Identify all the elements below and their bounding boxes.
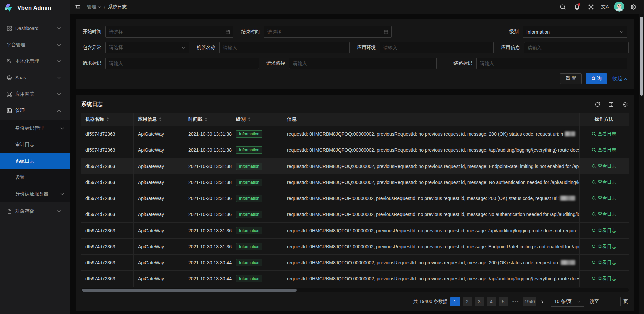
chevron-down-icon	[98, 5, 101, 9]
sidebar-item-saas[interactable]: Saas	[0, 70, 70, 85]
sidebar-subitem-identity[interactable]: 身份标识管理	[0, 120, 70, 136]
cell-level: Information	[232, 174, 283, 190]
level-badge: Information	[236, 243, 262, 250]
exception-select[interactable]: 请选择	[105, 42, 189, 53]
request_path-field[interactable]	[293, 61, 433, 66]
collapse-link[interactable]: 收起	[612, 76, 627, 82]
table-row: df5974d72363ApiGateWay2021-10-30 13:31:3…	[81, 158, 629, 174]
sidebar-subitem-settings[interactable]: 设置	[0, 169, 70, 186]
request_id-input[interactable]	[105, 58, 259, 69]
end_time-datepicker[interactable]	[264, 26, 392, 38]
vertical-scrollbar[interactable]	[639, 14, 644, 314]
magnifier-icon	[592, 244, 596, 249]
translate-icon[interactable]: 文A	[599, 1, 611, 13]
pagination-page-5[interactable]: 5	[499, 297, 508, 306]
view-log-link[interactable]: 查看日志	[592, 163, 616, 169]
sort-carets-icon[interactable]	[106, 117, 109, 121]
machine_name-input[interactable]	[219, 42, 350, 53]
sidebar-item-management[interactable]: 管理	[0, 103, 70, 118]
view-log-link[interactable]: 查看日志	[592, 244, 616, 250]
column-settings-icon[interactable]	[622, 102, 628, 107]
table-row: df5974d72363ApiGateWay2021-10-30 13:31:3…	[81, 190, 629, 206]
pagination-page-2[interactable]: 2	[463, 297, 472, 306]
column-header-label: 机器名称	[85, 116, 104, 122]
sidebar-item-storage[interactable]: 对象存储	[0, 204, 70, 219]
filter-field-request_id: 请求标识	[83, 58, 259, 69]
cell-machine-name: df5974d72363	[81, 190, 134, 206]
sidebar-item-gateway[interactable]: 应用网关	[0, 87, 70, 102]
menu-fold-icon[interactable]	[74, 3, 82, 11]
sidebar-item-label: Saas	[15, 75, 26, 80]
view-log-link[interactable]: 查看日志	[592, 179, 616, 185]
notification-bell-icon[interactable]	[571, 1, 583, 13]
breadcrumb-item-management[interactable]: 管理	[87, 4, 101, 10]
dashboard-icon	[7, 26, 12, 31]
app_env-input[interactable]	[380, 42, 494, 53]
view-log-link[interactable]: 查看日志	[592, 276, 616, 282]
cell-message: requestId: 0HMCRBM8JQFOP:00000002, previ…	[283, 206, 580, 222]
sidebar-subitem-auth-server[interactable]: 身份认证服务器	[0, 186, 70, 202]
column-header-machine[interactable]: 机器名称	[81, 113, 134, 126]
view-log-link[interactable]: 查看日志	[592, 195, 616, 201]
redacted-blur	[565, 131, 575, 136]
fullscreen-icon[interactable]	[585, 1, 597, 13]
end_time-field[interactable]	[267, 29, 381, 35]
column-header-timestamp[interactable]: 时间戳	[184, 113, 232, 126]
sidebar-item-localization[interactable]: 本地化管理	[0, 54, 70, 69]
machine_name-field[interactable]	[223, 45, 346, 50]
view-log-link[interactable]: 查看日志	[592, 131, 616, 137]
pagination-page-4[interactable]: 4	[487, 297, 496, 306]
start_time-datepicker[interactable]	[105, 26, 233, 38]
start_time-field[interactable]	[109, 29, 222, 35]
search-button[interactable]: 查 询	[586, 73, 607, 84]
pagination-page-1[interactable]: 1	[450, 297, 460, 306]
cell-app-info: ApiGateWay	[134, 158, 184, 174]
cell-message: requestId: 0HMCRBM8JQFOO:00000002, previ…	[283, 271, 580, 287]
trace_id-field[interactable]	[480, 61, 624, 66]
level-select[interactable]: Information	[523, 26, 627, 38]
sidebar-item-platform[interactable]: 平台管理	[0, 38, 70, 52]
sidebar-subitem-system-log[interactable]: 系统日志	[0, 153, 70, 169]
cell-message: requestId: 0HMCRBM8JQFOQ:00000002, previ…	[283, 126, 580, 142]
cell-timestamp: 2021-10-30 13:31:38	[184, 174, 232, 190]
level-badge: Information	[236, 195, 262, 202]
sidebar-item-dashboard[interactable]: Dashboard	[0, 21, 70, 36]
view-log-link[interactable]: 查看日志	[592, 211, 616, 217]
topbar-actions: 文A	[557, 1, 639, 13]
app_info-input[interactable]	[524, 42, 629, 53]
horizontal-scrollbar[interactable]	[81, 288, 629, 292]
horizontal-scrollbar-thumb[interactable]	[82, 289, 297, 292]
jump-page-input[interactable]	[602, 297, 621, 306]
level-badge: Information	[236, 130, 262, 138]
settings-gear-icon[interactable]	[627, 1, 639, 13]
vertical-scrollbar-thumb[interactable]	[640, 17, 643, 96]
refresh-icon[interactable]	[595, 102, 600, 107]
app_env-field[interactable]	[383, 45, 490, 50]
cell-machine-name: df5974d72363	[81, 255, 134, 270]
app_info-field[interactable]	[528, 45, 625, 50]
sort-carets-icon[interactable]	[159, 117, 162, 121]
view-log-link[interactable]: 查看日志	[592, 260, 616, 266]
request_id-field[interactable]	[109, 61, 255, 66]
sidebar-subitem-audit-log[interactable]: 审计日志	[0, 136, 70, 153]
pagination-page-3[interactable]: 3	[475, 297, 484, 306]
reset-button[interactable]: 重 置	[560, 73, 582, 84]
app-logo[interactable]: Vben Admin	[0, 0, 70, 16]
cell-actions: 查看日志	[580, 158, 629, 174]
table-toolbar	[595, 102, 628, 107]
column-header-app[interactable]: 应用信息	[134, 113, 184, 126]
request_path-input[interactable]	[289, 58, 437, 69]
view-log-link[interactable]: 查看日志	[592, 228, 616, 234]
trace_id-input[interactable]	[476, 58, 627, 69]
row-height-icon[interactable]	[608, 102, 614, 107]
column-header-level[interactable]: 级别	[232, 113, 283, 126]
view-log-link[interactable]: 查看日志	[592, 147, 616, 153]
search-icon[interactable]	[557, 1, 569, 13]
pagination-page-1940[interactable]: 1940	[523, 297, 536, 306]
sort-carets-icon[interactable]	[248, 117, 251, 121]
sort-carets-icon[interactable]	[205, 117, 207, 121]
next-page-button[interactable]	[539, 300, 546, 304]
page-size-select[interactable]: 10 条/页	[551, 297, 584, 307]
view-log-label: 查看日志	[598, 244, 616, 250]
user-avatar[interactable]	[613, 1, 625, 13]
